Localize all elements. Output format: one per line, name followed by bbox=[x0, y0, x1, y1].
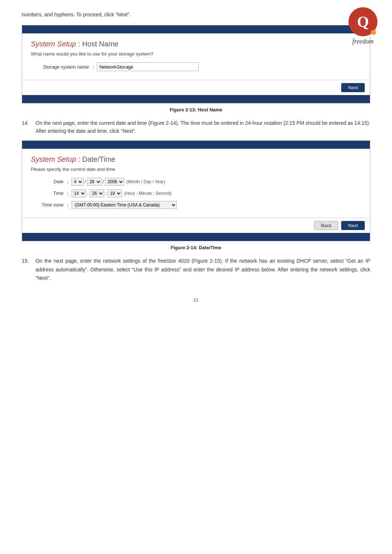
logo-area: Q freedom bbox=[348, 7, 377, 45]
panel-title-datetime: System Setup : Date/Time bbox=[31, 155, 361, 164]
time-hint: (Hour : Minute : Second) bbox=[124, 191, 172, 196]
datetime-subtitle: Please specify the current date and time bbox=[31, 167, 361, 172]
panel-footer-hostname: Next bbox=[22, 80, 370, 95]
list-content-15: On the next page, enter the network sett… bbox=[36, 257, 370, 283]
panel-header-bar-datetime bbox=[22, 141, 370, 149]
timezone-colon: : bbox=[67, 202, 69, 208]
date-month-select[interactable]: 4 bbox=[72, 178, 83, 186]
date-hint: (Month / Day / Year) bbox=[126, 179, 165, 184]
datetime-panel: System Setup : Date/Time Please specify … bbox=[22, 140, 370, 241]
storage-name-input[interactable] bbox=[97, 62, 199, 71]
list-num-14: 14. bbox=[22, 119, 36, 135]
panel-footer-bar-datetime bbox=[22, 233, 370, 241]
panel-body-datetime: System Setup : Date/Time Please specify … bbox=[22, 149, 370, 218]
datetime-title-main: : Date/Time bbox=[78, 155, 115, 163]
figure14-caption: Figure 2-14: Date/Time bbox=[22, 245, 370, 250]
storage-name-colon: : bbox=[93, 64, 94, 70]
timezone-select[interactable]: (GMT-05:00) Eastern Time (USA & Canada) bbox=[72, 201, 177, 209]
next-button-hostname[interactable]: Next bbox=[341, 83, 365, 92]
time-minute-select[interactable]: 26 bbox=[90, 189, 104, 197]
date-row: Date : 4 / 28 / 2006 (Month / Day / Year… bbox=[31, 178, 361, 186]
storage-name-row: Storage system name : bbox=[31, 62, 361, 71]
panel-subtitle-hostname: What name would you like to use for your… bbox=[31, 51, 361, 57]
logo-text: freedom bbox=[348, 38, 377, 45]
datetime-title-prefix: System Setup bbox=[31, 155, 76, 163]
date-label: Date bbox=[31, 179, 64, 184]
panel-title-prefix: System Setup bbox=[31, 40, 76, 48]
panel-title-hostname: System Setup : Host Name bbox=[31, 40, 361, 48]
figure13-caption: Figure 2-13: Host Name bbox=[22, 107, 370, 112]
list-num-15: 15. bbox=[22, 257, 36, 283]
list-item-14: 14. On the next page, enter the current … bbox=[22, 119, 370, 135]
time-colon: : bbox=[67, 190, 69, 196]
panel-footer-bar-hostname bbox=[22, 95, 370, 103]
time-hour-select[interactable]: 14 bbox=[72, 189, 86, 197]
logo-dot bbox=[371, 30, 376, 35]
date-year-select[interactable]: 2006 bbox=[105, 178, 124, 186]
time-label: Time bbox=[31, 190, 64, 196]
logo-letter: Q bbox=[357, 14, 369, 29]
date-day-select[interactable]: 28 bbox=[87, 178, 102, 186]
panel-header-bar-top bbox=[22, 25, 370, 33]
time-sep2: : bbox=[105, 190, 107, 196]
back-button-datetime[interactable]: Back bbox=[314, 221, 338, 230]
time-sep1: : bbox=[87, 190, 89, 196]
timezone-row: Time zone : (GMT-05:00) Eastern Time (US… bbox=[31, 201, 361, 209]
panel-body-hostname: System Setup : Host Name What name would… bbox=[22, 33, 370, 80]
date-sep2: / bbox=[103, 179, 104, 184]
page-number: 21 bbox=[22, 297, 370, 303]
host-name-panel: System Setup : Host Name What name would… bbox=[22, 25, 370, 103]
list-content-14: On the next page, enter the current date… bbox=[36, 119, 370, 135]
date-colon: : bbox=[67, 179, 69, 185]
list-item-15: 15. On the next page, enter the network … bbox=[22, 257, 370, 283]
panel-title-main: : Host Name bbox=[78, 40, 118, 48]
logo-circle: Q bbox=[348, 7, 377, 36]
timezone-label: Time zone bbox=[31, 202, 64, 208]
next-button-datetime[interactable]: Next bbox=[341, 221, 365, 230]
storage-name-label: Storage system name bbox=[31, 64, 89, 70]
panel-footer-datetime: Back Next bbox=[22, 218, 370, 233]
date-sep1: / bbox=[85, 179, 86, 184]
time-row: Time : 14 : 26 : 19 (Hour : Minute : Sec… bbox=[31, 189, 361, 197]
time-second-select[interactable]: 19 bbox=[107, 189, 122, 197]
intro-text: numbers, and hyphens. To proceed, click … bbox=[22, 11, 370, 19]
